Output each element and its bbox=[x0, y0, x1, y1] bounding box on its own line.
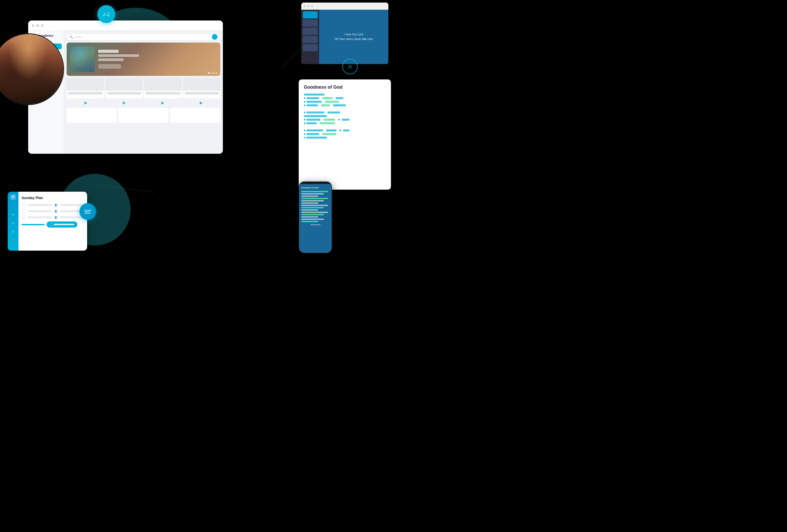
feat-title-bar bbox=[98, 50, 119, 53]
music-note-icon: ♪♫ bbox=[103, 10, 110, 18]
chord-panel-title: Goodness of God bbox=[304, 85, 386, 90]
text-list-button[interactable] bbox=[80, 203, 96, 220]
plan-icon-5[interactable]: 🎙 bbox=[10, 229, 16, 235]
plan-btn-user-icon: 👤 bbox=[50, 223, 53, 226]
dot-1 bbox=[208, 72, 210, 74]
phone-song-title: Goodness of God bbox=[301, 187, 329, 189]
phone-mockup: Goodness of God bbox=[299, 182, 332, 253]
chord-bar-15 bbox=[342, 119, 349, 121]
play-btn-1[interactable] bbox=[85, 102, 87, 105]
plan-icon-6[interactable]: 🔊 bbox=[10, 238, 16, 243]
chord-bar-10 bbox=[306, 111, 324, 113]
plan-icon-4[interactable]: ☰ bbox=[10, 220, 16, 226]
chord-gap-1 bbox=[304, 108, 386, 110]
title-dot-3 bbox=[41, 24, 44, 27]
slide-thumb-1[interactable] bbox=[303, 11, 318, 18]
grid-thumb-2 bbox=[106, 78, 143, 91]
chord-bar-19 bbox=[326, 129, 336, 131]
chord-bar-2 bbox=[306, 97, 319, 99]
phone-line-8 bbox=[301, 207, 324, 208]
phone-line-9 bbox=[301, 209, 318, 211]
grid-card-4[interactable] bbox=[183, 78, 220, 99]
feat-btn-bar[interactable] bbox=[98, 64, 121, 69]
grid-card-2[interactable] bbox=[106, 78, 143, 99]
chord-dot-4 bbox=[304, 112, 305, 113]
chord-dot-8 bbox=[304, 130, 305, 131]
plan-bar-3 bbox=[28, 210, 52, 212]
grid-label-3 bbox=[146, 92, 180, 94]
phone-screen: Goodness of God bbox=[299, 184, 332, 253]
play-btn-4[interactable] bbox=[200, 102, 203, 105]
chord-line-11 bbox=[304, 136, 386, 139]
projector-icon: ⊙ bbox=[348, 64, 352, 70]
play-btn-2[interactable] bbox=[123, 102, 126, 105]
feat-desc-bar-2 bbox=[98, 59, 124, 61]
plan-music-icon-3: ♪ bbox=[22, 215, 26, 219]
plan-icon-3[interactable]: 🖥 bbox=[10, 212, 16, 217]
phone-line-2 bbox=[301, 193, 324, 194]
projector-button[interactable]: ⊙ bbox=[342, 59, 358, 74]
slide-lyric-line-2: Oh Your mercy never fails mev bbox=[335, 37, 373, 42]
dot-2 bbox=[211, 72, 212, 74]
slide-thumb-2[interactable] bbox=[303, 20, 318, 27]
plan-bar-2 bbox=[60, 204, 84, 206]
chord-lines bbox=[304, 93, 386, 139]
album-art-inner bbox=[70, 46, 94, 72]
plan-row-2: ♪ 👤 bbox=[22, 209, 84, 213]
chord-bar-7 bbox=[306, 104, 318, 106]
feat-desc-bar-1 bbox=[98, 54, 139, 57]
plan-user-icon-2: 👤 bbox=[54, 209, 58, 213]
plan-icon-2[interactable]: ♪ bbox=[10, 203, 16, 209]
search-bar[interactable]: 🔍 Search bbox=[67, 33, 220, 41]
phone-line-1 bbox=[301, 191, 328, 192]
play-btn-3[interactable] bbox=[162, 102, 164, 105]
grid-card-3[interactable] bbox=[144, 78, 182, 99]
bottom-card-1[interactable] bbox=[67, 108, 117, 123]
phone-line-7 bbox=[301, 205, 328, 206]
phone-line-11 bbox=[301, 214, 324, 215]
slide-lyric-line-1: I love You Lord bbox=[345, 32, 363, 37]
chord-bar-20 bbox=[343, 129, 349, 131]
slide-panel: I love You Lord Oh Your mercy never fail… bbox=[301, 3, 388, 64]
chord-bar-5 bbox=[306, 101, 322, 103]
slide-thumb-4[interactable] bbox=[303, 36, 318, 43]
phone-line-13 bbox=[301, 219, 324, 220]
chord-bar-14 bbox=[323, 119, 335, 121]
grid-label-4 bbox=[185, 92, 219, 94]
search-icon: 🔍 bbox=[69, 35, 73, 39]
grid-card-1[interactable] bbox=[67, 78, 104, 99]
dot-3 bbox=[213, 72, 215, 74]
music-note-button[interactable]: ♪♫ bbox=[97, 5, 115, 23]
chord-panel: Goodness of God bbox=[299, 80, 391, 190]
user-avatar[interactable] bbox=[212, 34, 217, 40]
plan-body: Sunday Plan ♪ 👤 ♪ 👤 ♪ 👤 👤 bbox=[18, 192, 87, 251]
bottom-card-2[interactable] bbox=[119, 108, 169, 123]
plan-icon-1[interactable] bbox=[10, 194, 16, 200]
slide-thumb-3[interactable] bbox=[303, 28, 318, 35]
plan-bottom-row: 👤 bbox=[22, 221, 84, 228]
person-photo-inner bbox=[0, 34, 63, 104]
slide-thumb-5[interactable] bbox=[303, 44, 318, 51]
featured-info bbox=[98, 50, 139, 69]
title-dot-2 bbox=[36, 24, 39, 27]
chord-bar-12 bbox=[304, 115, 327, 117]
chord-bar-11 bbox=[327, 111, 340, 113]
chord-line-9 bbox=[304, 129, 386, 131]
sunday-plan-title: Sunday Plan bbox=[22, 196, 84, 200]
phone-notch bbox=[310, 182, 320, 184]
chord-bar-13 bbox=[306, 119, 320, 121]
chord-bar-16 bbox=[306, 122, 317, 124]
chord-bar-8 bbox=[321, 104, 330, 106]
slide-thumbnails bbox=[301, 10, 319, 64]
sunday-plan-card: ♪ 🖥 ☰ 🎙 🔊 Sunday Plan ♪ 👤 ♪ 👤 bbox=[8, 192, 87, 251]
plan-add-team-button[interactable]: 👤 bbox=[47, 221, 77, 228]
main-content-area: 🔍 Search bbox=[64, 31, 223, 154]
bottom-card-3[interactable] bbox=[170, 108, 220, 123]
chord-bar-3 bbox=[322, 97, 333, 99]
chord-bar-18 bbox=[306, 129, 323, 131]
chord-line-2 bbox=[304, 97, 386, 99]
plan-btn-label-bar bbox=[54, 224, 74, 225]
slide-titlebar bbox=[301, 3, 388, 10]
grid-label-1 bbox=[68, 92, 103, 94]
chord-bar-17 bbox=[320, 122, 335, 124]
